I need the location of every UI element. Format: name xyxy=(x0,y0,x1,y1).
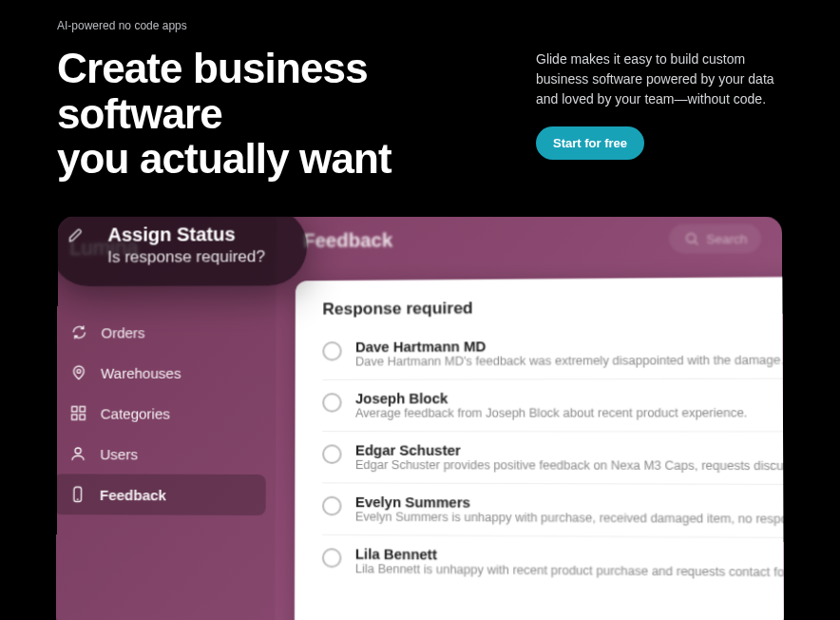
svg-rect-3 xyxy=(72,414,77,418)
assign-status-bubble: Assign Status Is response required? xyxy=(56,216,308,286)
radio-icon[interactable] xyxy=(322,495,342,515)
radio-icon[interactable] xyxy=(322,444,342,464)
refresh-icon xyxy=(70,323,87,340)
sidebar-item-categories[interactable]: Categories xyxy=(56,393,276,434)
radio-icon[interactable] xyxy=(322,548,342,568)
feedback-name: Dave Hartmann MD xyxy=(355,337,784,355)
sidebar-item-warehouses[interactable]: Warehouses xyxy=(56,352,276,393)
bubble-title: Assign Status xyxy=(107,223,265,245)
feedback-name: Evelyn Summers xyxy=(355,494,784,512)
feedback-name: Edgar Schuster xyxy=(355,442,784,458)
radio-icon[interactable] xyxy=(322,393,342,412)
radio-icon[interactable] xyxy=(322,341,341,360)
feedback-row[interactable]: Joseph Block Average feedback from Josep… xyxy=(322,378,784,431)
feedback-desc: Lila Bennett is unhappy with recent prod… xyxy=(355,562,784,579)
feedback-desc: Edgar Schuster provides positive feedbac… xyxy=(355,457,784,473)
user-icon xyxy=(69,444,86,461)
eyebrow: AI-powered no code apps xyxy=(57,19,783,32)
sidebar-item-users[interactable]: Users xyxy=(56,433,276,474)
headline-line-1: Create business software xyxy=(57,45,368,137)
svg-rect-1 xyxy=(72,406,77,411)
main-panel: Feedback Search Response required Dave H… xyxy=(275,216,784,620)
location-pin-icon xyxy=(70,363,87,380)
sidebar-item-feedback[interactable]: Feedback xyxy=(56,474,266,515)
search-icon xyxy=(682,229,700,246)
feedback-row[interactable]: Edgar Schuster Edgar Schuster provides p… xyxy=(322,431,784,484)
svg-line-9 xyxy=(695,241,698,243)
sidebar-item-label: Warehouses xyxy=(101,364,181,380)
svg-point-0 xyxy=(77,369,81,373)
sidebar-item-orders[interactable]: Orders xyxy=(56,311,276,352)
svg-rect-2 xyxy=(80,406,85,411)
page-title: Feedback xyxy=(303,228,392,251)
sidebar-item-label: Users xyxy=(100,445,138,461)
svg-rect-4 xyxy=(80,415,85,419)
feedback-desc: Average feedback from Joseph Block about… xyxy=(355,405,784,419)
app-preview-card: Assign Status Is response required? Lumi… xyxy=(56,216,784,620)
sidebar-item-label: Orders xyxy=(101,323,144,339)
feedback-desc: Dave Hartmann MD's feedback was extremel… xyxy=(355,353,784,368)
section-title: Response required xyxy=(322,296,784,319)
svg-point-5 xyxy=(75,448,81,454)
bubble-subtitle: Is response required? xyxy=(107,247,265,267)
hero-headline: Create business software you actually wa… xyxy=(57,46,498,182)
grid-icon xyxy=(69,404,86,421)
search-input[interactable]: Search xyxy=(669,223,761,253)
pencil-icon xyxy=(64,222,88,246)
svg-point-8 xyxy=(686,233,695,242)
feedback-row[interactable]: Lila Bennett Lila Bennett is unhappy wit… xyxy=(322,533,784,590)
feedback-row[interactable]: Evelyn Summers Evelyn Summers is unhappy… xyxy=(322,482,784,537)
sidebar-item-label: Feedback xyxy=(100,486,166,503)
feedback-list-panel: Response required Dave Hartmann MD Dave … xyxy=(295,276,784,620)
feedback-desc: Evelyn Summers is unhappy with purchase,… xyxy=(355,510,784,526)
sidebar-item-label: Categories xyxy=(101,404,170,420)
start-for-free-button[interactable]: Start for free xyxy=(536,126,644,160)
phone-icon xyxy=(69,485,86,502)
hero-subhead: Glide makes it easy to build custom busi… xyxy=(536,49,783,109)
feedback-name: Joseph Block xyxy=(355,390,784,406)
headline-line-2: you actually want xyxy=(57,135,391,182)
search-placeholder: Search xyxy=(706,231,747,246)
feedback-row[interactable]: Dave Hartmann MD Dave Hartmann MD's feed… xyxy=(322,326,784,379)
